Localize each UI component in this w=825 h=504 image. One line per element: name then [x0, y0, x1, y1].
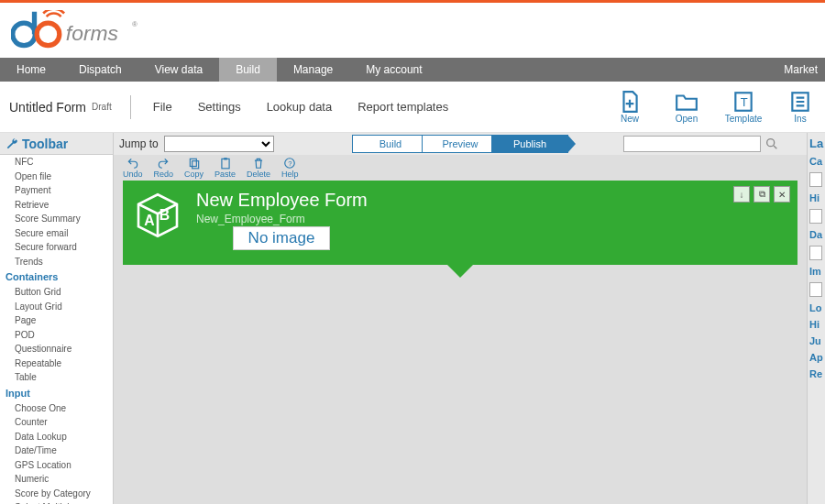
sidebar-item[interactable]: Repeatable	[0, 356, 113, 371]
sidebar-item[interactable]: Counter	[0, 415, 113, 430]
property-input[interactable]	[809, 209, 822, 224]
form-canvas[interactable]: AB New Employee Form New_Employee_Form N…	[114, 181, 807, 504]
sidebar-item[interactable]: NFC	[0, 155, 113, 170]
nav-market[interactable]: Market	[776, 58, 825, 82]
brand-logo: forms ®	[0, 3, 825, 58]
sidebar-item[interactable]: Date/Time	[0, 444, 113, 458]
form-title[interactable]: New Employee Form	[196, 190, 368, 211]
step-publish[interactable]: Publish	[491, 135, 568, 153]
tool-copy[interactable]: Copy	[184, 157, 204, 179]
action-insert[interactable]: Ins	[779, 90, 821, 124]
sidebar-item[interactable]: Page	[0, 313, 113, 328]
svg-rect-9	[190, 159, 196, 166]
svg-point-2	[37, 23, 60, 46]
sidebar-item[interactable]: Numeric	[0, 472, 113, 487]
toolbox-header: Toolbar	[0, 133, 113, 155]
sidebar-item[interactable]: Secure forward	[0, 240, 113, 255]
template-icon: T	[732, 90, 755, 114]
wrench-icon	[6, 137, 18, 150]
menu-reporttemplates[interactable]: Report templates	[358, 100, 448, 114]
form-insert-caret-icon	[447, 265, 473, 278]
property-label: Hi	[809, 319, 823, 330]
doc-title: Untitled Form	[9, 100, 86, 115]
menu-settings[interactable]: Settings	[198, 100, 241, 114]
form-hdr-move-icon[interactable]: ↓	[733, 186, 750, 203]
sidebar-item[interactable]: Trends	[0, 255, 113, 269]
jumpto-select[interactable]	[164, 136, 274, 152]
tool-paste[interactable]: Paste	[214, 157, 236, 179]
property-input[interactable]	[809, 246, 822, 260]
property-label: Ju	[809, 335, 823, 346]
svg-point-0	[13, 23, 36, 46]
nav-tab-manage[interactable]: Manage	[277, 58, 349, 82]
search-icon[interactable]	[764, 137, 779, 151]
form-header-block[interactable]: AB New Employee Form New_Employee_Form N…	[123, 181, 798, 265]
doc-status: Draft	[92, 102, 112, 112]
trash-icon	[252, 157, 265, 170]
menu-file[interactable]: File	[153, 100, 172, 114]
undo-icon	[126, 157, 139, 170]
svg-rect-11	[221, 159, 228, 169]
property-input[interactable]	[809, 172, 822, 187]
jumpto-label: Jump to	[119, 137, 159, 150]
document-toolbar: Untitled Form Draft File Settings Lookup…	[0, 82, 825, 133]
nav-tab-home[interactable]: Home	[0, 58, 62, 82]
sidebar-item[interactable]: Open file	[0, 170, 113, 184]
form-hdr-copy-icon[interactable]: ⧉	[754, 186, 770, 203]
nav-tab-myaccount[interactable]: My account	[349, 58, 438, 82]
workflow-steps: Build Preview Publish	[352, 135, 561, 153]
property-label: Hi	[809, 192, 823, 203]
tool-help[interactable]: ?Help	[281, 157, 299, 179]
menu-lookupdata[interactable]: Lookup data	[267, 100, 333, 114]
sidebar-item[interactable]: Choose One	[0, 401, 113, 416]
sidebar-item[interactable]: Score by Category	[0, 487, 113, 501]
sidebar-item[interactable]: Questionnaire	[0, 342, 113, 356]
tool-delete[interactable]: Delete	[247, 157, 270, 179]
action-template[interactable]: T Template	[722, 90, 764, 124]
svg-text:A: A	[144, 213, 154, 228]
sidebar-item[interactable]: GPS Location	[0, 458, 113, 473]
action-new[interactable]: New	[609, 90, 651, 124]
redo-icon	[157, 157, 170, 170]
action-open[interactable]: Open	[666, 90, 708, 124]
svg-text:B: B	[160, 207, 170, 223]
sidebar-category: Input	[0, 385, 113, 401]
help-icon: ?	[283, 157, 296, 170]
form-internal-name: New_Employee_Form	[196, 213, 368, 225]
sidebar-item[interactable]: Data Lookup	[0, 430, 113, 444]
paste-icon	[219, 157, 232, 170]
sidebar-item[interactable]: POD	[0, 328, 113, 343]
main-nav: Home Dispatch View data Build Manage My …	[0, 58, 825, 82]
search-input[interactable]	[623, 136, 761, 152]
svg-text:T: T	[741, 95, 748, 109]
property-label: Im	[809, 266, 823, 277]
sidebar-item[interactable]: Retrieve	[0, 198, 113, 213]
form-hdr-delete-icon[interactable]: ✕	[774, 186, 790, 203]
sidebar-item[interactable]: Payment	[0, 183, 113, 198]
edit-toolbar: Undo Redo Copy Paste Delete ?Help	[114, 155, 807, 181]
toolbox-list[interactable]: NFCOpen filePaymentRetrieveScore Summary…	[0, 155, 113, 504]
sidebar-item[interactable]: Table	[0, 370, 113, 385]
form-image-placeholder[interactable]: No image	[233, 226, 330, 250]
properties-title: La	[809, 137, 823, 150]
sidebar-item[interactable]: Layout Grid	[0, 300, 113, 314]
tool-undo[interactable]: Undo	[123, 157, 143, 179]
sidebar-item[interactable]: Select Multiple	[0, 500, 113, 504]
nav-tab-build[interactable]: Build	[219, 58, 277, 82]
tool-redo[interactable]: Redo	[154, 157, 174, 179]
sidebar-category: Containers	[0, 268, 113, 285]
property-label: Ca	[809, 156, 823, 167]
property-label: Da	[809, 229, 823, 240]
nav-tab-dispatch[interactable]: Dispatch	[62, 58, 138, 82]
step-preview[interactable]: Preview	[422, 135, 499, 153]
sidebar-item[interactable]: Score Summary	[0, 212, 113, 226]
property-label: Lo	[809, 302, 823, 313]
property-label: Ap	[809, 352, 823, 363]
step-build[interactable]: Build	[352, 135, 429, 153]
toolbox-sidebar: Toolbar NFCOpen filePaymentRetrieveScore…	[0, 133, 114, 504]
sidebar-item[interactable]: Button Grid	[0, 285, 113, 300]
property-input[interactable]	[809, 282, 822, 297]
nav-tab-viewdata[interactable]: View data	[138, 58, 219, 82]
file-plus-icon	[618, 90, 642, 114]
sidebar-item[interactable]: Secure email	[0, 226, 113, 241]
